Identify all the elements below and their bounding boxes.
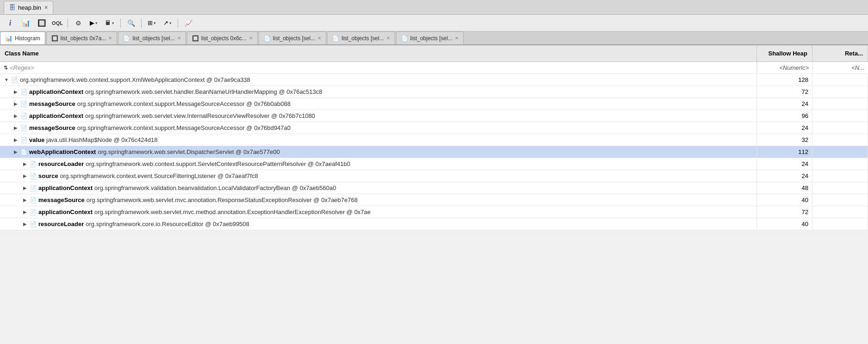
expand-button[interactable]: ▶: [22, 209, 28, 215]
sql-icon: OQL: [52, 20, 63, 26]
expand-button[interactable]: ▶: [22, 161, 28, 167]
expand-button[interactable]: ▶: [22, 197, 28, 203]
cell-shallow-heap: 72: [757, 86, 812, 98]
expand-button[interactable]: ▶: [13, 89, 19, 95]
tab-list6-close[interactable]: ✕: [455, 36, 459, 41]
table-row[interactable]: ▶📄messageSource org.springframework.cont…: [0, 122, 868, 134]
cell-classname: ▶📄value java.util.HashMap$Node @ 0x76c42…: [0, 134, 757, 146]
tab-list6-label: list_objects [sel...: [410, 35, 453, 42]
class-text: org.springframework.validation.beanvalid…: [94, 184, 336, 191]
tab-list2-close[interactable]: ✕: [177, 36, 181, 41]
table-row[interactable]: ▶📄resourceLoader org.springframework.web…: [0, 158, 868, 170]
chart-button[interactable]: 📊: [19, 17, 32, 29]
expand-button[interactable]: ▶: [22, 173, 28, 179]
info-button[interactable]: i: [4, 17, 17, 29]
document-icon: 📄: [30, 173, 37, 179]
tab-list2[interactable]: 📄 list_objects [sel... ✕: [118, 31, 186, 44]
table-row[interactable]: ▶📄value java.util.HashMap$Node @ 0x76c42…: [0, 134, 868, 146]
file-tab[interactable]: 🗄 heap.bin ✕: [4, 1, 53, 14]
calc-button[interactable]: 🖩 ▾: [103, 17, 117, 29]
table-button[interactable]: ⊞ ▾: [145, 17, 158, 29]
tab-list1[interactable]: 🔲 list_objects 0x7a... ✕: [46, 31, 118, 44]
class-text: org.springframework.context.support.Mess…: [77, 124, 291, 131]
cell-retained-heap: [812, 134, 868, 146]
document-icon: 📄: [20, 149, 27, 155]
sql-button[interactable]: OQL: [51, 17, 64, 29]
expand-button[interactable]: ▶: [13, 113, 19, 119]
expand-button[interactable]: ▶: [13, 125, 19, 131]
cell-shallow-heap: 96: [757, 110, 812, 122]
objects-button[interactable]: 🔲: [35, 17, 48, 29]
cell-classname: ▼📄org.springframework.web.context.suppor…: [0, 74, 757, 86]
table-row[interactable]: ▶📄messageSource org.springframework.cont…: [0, 98, 868, 110]
document-icon: 📄: [30, 185, 37, 191]
tab-histogram-icon: 📊: [5, 35, 12, 42]
field-name: webApplicationContext: [29, 148, 96, 155]
cell-classname: ▶📄messageSource org.springframework.cont…: [0, 122, 757, 134]
table-row[interactable]: ▶📄source org.springframework.context.eve…: [0, 170, 868, 182]
info-icon: i: [9, 19, 11, 27]
tabs-row: 📊 Histogram 🔲 list_objects 0x7a... ✕ 📄 l…: [0, 31, 868, 45]
tab-list4-label: list_objects [sel...: [273, 35, 315, 42]
cell-retained-heap: [812, 74, 868, 86]
search-button[interactable]: 🔍: [124, 17, 137, 29]
document-icon: 📄: [11, 77, 18, 83]
tab-histogram[interactable]: 📊 Histogram: [0, 31, 45, 44]
cell-retained-heap: [812, 98, 868, 110]
tab-list1-label: list_objects 0x7a...: [61, 35, 106, 42]
col-header-retained: Reta...: [812, 45, 868, 61]
expand-button[interactable]: ▶: [13, 101, 19, 107]
cell-shallow-heap: 48: [757, 182, 812, 194]
settings-button[interactable]: ⚙: [72, 17, 85, 29]
cell-classname: ▶📄resourceLoader org.springframework.cor…: [0, 218, 757, 230]
export-button[interactable]: ↗ ▾: [161, 17, 174, 29]
filter-retained[interactable]: <N...: [812, 62, 868, 74]
tab-list3-close[interactable]: ✕: [249, 36, 253, 41]
field-name: applicationContext: [29, 88, 83, 95]
cell-classname: ▶📄messageSource org.springframework.cont…: [0, 98, 757, 110]
document-icon: 📄: [20, 101, 27, 107]
tab-list4-close[interactable]: ✕: [317, 36, 321, 41]
cell-classname: ▶📄resourceLoader org.springframework.web…: [0, 158, 757, 170]
cell-shallow-heap: 72: [757, 206, 812, 218]
file-tab-close[interactable]: ✕: [44, 5, 48, 11]
tab-list6[interactable]: 📄 list_objects [sel... ✕: [396, 31, 464, 44]
class-text: java.util.HashMap$Node @ 0x76c424d18: [46, 136, 157, 143]
document-icon: 📄: [20, 113, 27, 119]
expand-button[interactable]: ▶: [22, 185, 28, 191]
heap-chart-button[interactable]: 📈: [182, 17, 195, 29]
run-button[interactable]: ▶ ▾: [87, 17, 100, 29]
chart-icon: 📊: [22, 19, 31, 27]
table-row[interactable]: ▶📄webApplicationContext org.springframew…: [0, 146, 868, 158]
table-row[interactable]: ▼📄org.springframework.web.context.suppor…: [0, 74, 868, 86]
expand-button[interactable]: ▶: [13, 137, 19, 143]
document-icon: 📄: [30, 197, 37, 203]
table-row[interactable]: ▶📄applicationContext org.springframework…: [0, 110, 868, 122]
document-icon: 📄: [20, 137, 27, 143]
field-name: applicationContext: [38, 184, 93, 191]
table-row[interactable]: ▶📄messageSource org.springframework.web.…: [0, 194, 868, 206]
table-row[interactable]: ▶📄resourceLoader org.springframework.cor…: [0, 218, 868, 230]
cell-retained-heap: [812, 194, 868, 206]
filter-shallow[interactable]: <Numeric>: [757, 62, 812, 74]
tab-list4[interactable]: 📄 list_objects [sel... ✕: [259, 31, 326, 44]
tab-list5[interactable]: 📄 list_objects [sel... ✕: [327, 31, 395, 44]
table-header: Class Name Shallow Heap Reta...: [0, 45, 868, 62]
expand-button[interactable]: ▼: [4, 77, 9, 83]
tab-list1-close[interactable]: ✕: [108, 36, 112, 41]
table-row[interactable]: ▶📄applicationContext org.springframework…: [0, 86, 868, 98]
expand-button[interactable]: ▶: [22, 221, 28, 227]
cell-retained-heap: [812, 158, 868, 170]
tab-list3[interactable]: 🔲 list_objects 0x6c... ✕: [187, 31, 258, 44]
tab-histogram-label: Histogram: [15, 35, 40, 42]
filter-row: ⇅ <Regex> <Numeric> <N...: [0, 62, 868, 74]
cell-classname: ▶📄applicationContext org.springframework…: [0, 182, 757, 194]
cell-retained-heap: [812, 146, 868, 158]
tab-list5-close[interactable]: ✕: [386, 36, 390, 41]
expand-button[interactable]: ▶: [13, 149, 19, 155]
table-row[interactable]: ▶📄applicationContext org.springframework…: [0, 206, 868, 218]
class-text: org.springframework.web.context.support.…: [86, 160, 350, 167]
table-row[interactable]: ▶📄applicationContext org.springframework…: [0, 182, 868, 194]
filter-classname[interactable]: ⇅ <Regex>: [0, 62, 757, 74]
field-name: messageSource: [29, 124, 75, 131]
